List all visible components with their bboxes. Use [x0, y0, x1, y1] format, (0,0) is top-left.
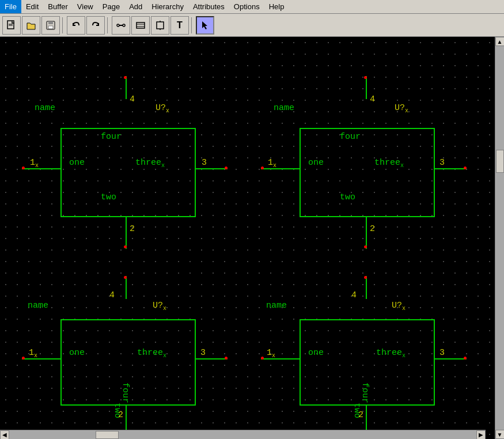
- hscroll-left[interactable]: ◀: [0, 430, 9, 440]
- pin2-num-br: 2: [358, 410, 363, 420]
- pin3-dot-bl: [225, 357, 228, 359]
- vscroll-thumb[interactable]: [496, 150, 504, 173]
- hscroll-track[interactable]: [9, 430, 476, 440]
- one-label-bl: one: [69, 348, 85, 358]
- svg-rect-4: [48, 21, 53, 24]
- pin1-dot-tl: [22, 166, 25, 169]
- pin1-dot-br: [261, 357, 264, 359]
- one-label-tl: one: [69, 158, 85, 168]
- pin3-num-bl: 3: [200, 348, 206, 358]
- ref-bl: U?x: [153, 301, 166, 312]
- pin1-num-br: 1x: [267, 348, 275, 359]
- name-label-br: name: [266, 301, 287, 311]
- pin4-num-br: 4: [351, 290, 357, 300]
- pin4-num-tr: 4: [370, 94, 375, 104]
- pin2-dot-tr: [364, 245, 367, 248]
- pin3-dot-tr: [464, 166, 467, 169]
- svg-rect-9: [137, 22, 145, 28]
- pin4-dot-br: [364, 276, 367, 279]
- pin2-dot-tl: [124, 245, 127, 248]
- pin3-num-tr: 3: [439, 158, 445, 168]
- two-label-tr: two: [340, 192, 355, 202]
- bus-button[interactable]: [131, 16, 150, 35]
- menu-attributes[interactable]: Attributes: [188, 0, 229, 13]
- svg-rect-12: [157, 22, 164, 29]
- comp-box-tr: [300, 128, 435, 217]
- name-label-bl: name: [28, 301, 48, 311]
- three-label-br: threex: [376, 348, 406, 359]
- ref-br: U?x: [392, 301, 406, 312]
- canvas[interactable]: name 4 U?x four one threex two 1x 3 2 na…: [0, 37, 495, 439]
- pin2-line-tr: [366, 217, 367, 249]
- pin3-line-tr: [435, 168, 467, 169]
- comp-box-tl: [60, 128, 196, 217]
- pin1-num-tr: 1x: [268, 158, 276, 169]
- menu-hierarchy[interactable]: Hierarchy: [147, 0, 188, 13]
- pin1-line-tl: [22, 168, 60, 169]
- pin1-dot-tr: [261, 166, 264, 169]
- ref-tl: U?x: [156, 103, 169, 114]
- pin4-line-tl: [126, 76, 127, 99]
- four-label-br: four: [360, 383, 370, 403]
- four-label-tr: four: [340, 132, 361, 142]
- pin3-line-br: [435, 358, 467, 359]
- net-button[interactable]: [112, 16, 130, 35]
- pin4-line-tr: [366, 76, 367, 99]
- new-button[interactable]: [2, 16, 21, 35]
- main-area: name 4 U?x four one threex two 1x 3 2 na…: [0, 37, 504, 439]
- four-label-tl: four: [101, 132, 122, 142]
- pin4-dot-bl: [124, 276, 127, 279]
- pin3-line-bl: [196, 358, 228, 359]
- menu-buffer[interactable]: Buffer: [43, 0, 72, 13]
- three-label-tl: threex: [135, 158, 165, 169]
- menu-view[interactable]: View: [73, 0, 98, 13]
- pin3-num-br: 3: [439, 348, 445, 358]
- menubar: File Edit Buffer View Page Add Hierarchy…: [0, 0, 504, 14]
- pin2-line-tl: [126, 217, 127, 249]
- one-label-br: one: [308, 348, 324, 358]
- ref-tr: U?x: [395, 103, 408, 114]
- open-button[interactable]: [22, 16, 40, 35]
- menu-add[interactable]: Add: [124, 0, 147, 13]
- vscroll-down[interactable]: ▼: [495, 430, 505, 439]
- menu-file[interactable]: File: [0, 0, 21, 13]
- menu-edit[interactable]: Edit: [21, 0, 43, 13]
- horizontal-scrollbar[interactable]: ◀ ▶: [0, 430, 486, 439]
- pin4-line-br: [366, 276, 367, 299]
- vertical-scrollbar[interactable]: ▲ ▼: [495, 37, 504, 439]
- menu-help[interactable]: Help: [264, 0, 289, 13]
- pin3-dot-tl: [225, 166, 228, 169]
- vscroll-up[interactable]: ▲: [495, 37, 505, 46]
- sep1: [62, 17, 65, 33]
- select-button[interactable]: [196, 16, 214, 35]
- component-button[interactable]: [151, 16, 169, 35]
- pin2-num-tr: 2: [370, 224, 375, 234]
- pin1-line-tr: [261, 168, 300, 169]
- pin2-num-tl: 2: [130, 224, 135, 234]
- hscroll-right[interactable]: ▶: [476, 430, 486, 440]
- vscroll-track[interactable]: [495, 46, 505, 430]
- svg-marker-15: [202, 21, 207, 29]
- pin3-line-tl: [196, 168, 228, 169]
- pin4-num-tl: 4: [130, 94, 135, 104]
- pin3-dot-br: [464, 357, 467, 359]
- pin4-line-bl: [126, 276, 127, 299]
- pin1-dot-bl: [22, 357, 25, 359]
- pin4-dot-tl: [124, 76, 127, 79]
- svg-rect-0: [7, 21, 14, 29]
- undo-button[interactable]: [67, 16, 85, 35]
- text-button[interactable]: T: [170, 16, 189, 35]
- pin4-num-bl: 4: [109, 290, 115, 300]
- pin1-line-bl: [22, 358, 60, 359]
- sep2: [107, 17, 109, 33]
- save-button[interactable]: [41, 16, 60, 35]
- menu-options[interactable]: Options: [229, 0, 264, 13]
- four-label-bl: four: [120, 383, 130, 403]
- hscroll-thumb[interactable]: [96, 431, 119, 439]
- one-label-tr: one: [308, 158, 324, 168]
- two-label-tl: two: [101, 192, 116, 202]
- pin1-num-tl: 1x: [30, 158, 39, 169]
- menu-page[interactable]: Page: [98, 0, 124, 13]
- three-label-bl: threex: [137, 348, 166, 359]
- redo-button[interactable]: [86, 16, 105, 35]
